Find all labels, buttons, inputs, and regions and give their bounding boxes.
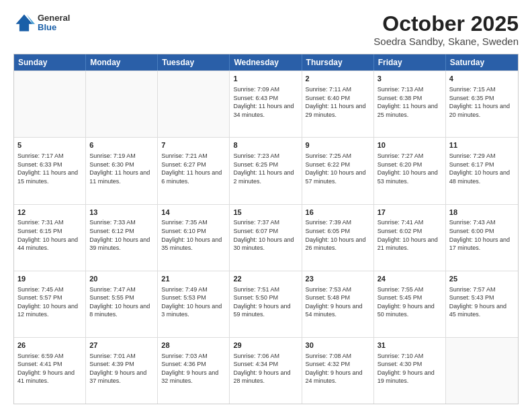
header-cell-friday: Friday — [374, 54, 446, 71]
calendar-row-5: 26Sunrise: 6:59 AM Sunset: 4:41 PM Dayli… — [14, 337, 518, 404]
day-info: Sunrise: 7:03 AM Sunset: 4:36 PM Dayligh… — [161, 352, 226, 385]
svg-marker-0 — [16, 15, 33, 32]
day-info: Sunrise: 7:27 AM Sunset: 6:20 PM Dayligh… — [378, 152, 442, 185]
day-cell-empty — [446, 338, 518, 404]
day-cell-4: 4Sunrise: 7:15 AM Sunset: 6:35 PM Daylig… — [446, 71, 518, 137]
header-cell-thursday: Thursday — [302, 54, 374, 71]
day-info: Sunrise: 7:41 AM Sunset: 6:02 PM Dayligh… — [378, 218, 442, 252]
day-cell-18: 18Sunrise: 7:43 AM Sunset: 6:00 PM Dayli… — [446, 205, 518, 271]
day-info: Sunrise: 7:19 AM Sunset: 6:30 PM Dayligh… — [89, 152, 154, 185]
day-info: Sunrise: 7:45 AM Sunset: 5:57 PM Dayligh… — [17, 285, 82, 319]
day-info: Sunrise: 7:39 AM Sunset: 6:05 PM Dayligh… — [306, 218, 370, 252]
calendar-header-row: SundayMondayTuesdayWednesdayThursdayFrid… — [14, 54, 518, 71]
day-number: 14 — [161, 208, 226, 218]
day-info: Sunrise: 6:59 AM Sunset: 4:41 PM Dayligh… — [17, 352, 82, 385]
logo-text: General Blue — [38, 13, 70, 33]
day-info: Sunrise: 7:37 AM Sunset: 6:07 PM Dayligh… — [233, 218, 298, 252]
day-number: 24 — [378, 274, 442, 284]
header-cell-tuesday: Tuesday — [158, 54, 230, 71]
calendar-row-2: 5Sunrise: 7:17 AM Sunset: 6:33 PM Daylig… — [14, 137, 518, 203]
day-cell-10: 10Sunrise: 7:27 AM Sunset: 6:20 PM Dayli… — [374, 138, 446, 203]
day-info: Sunrise: 7:09 AM Sunset: 6:43 PM Dayligh… — [233, 85, 298, 119]
day-cell-12: 12Sunrise: 7:31 AM Sunset: 6:15 PM Dayli… — [14, 205, 86, 271]
day-number: 29 — [233, 340, 298, 351]
calendar-row-4: 19Sunrise: 7:45 AM Sunset: 5:57 PM Dayli… — [14, 271, 518, 337]
day-cell-21: 21Sunrise: 7:49 AM Sunset: 5:53 PM Dayli… — [158, 271, 230, 337]
day-cell-7: 7Sunrise: 7:21 AM Sunset: 6:27 PM Daylig… — [158, 138, 230, 203]
day-number: 28 — [161, 340, 226, 351]
day-number: 15 — [233, 208, 298, 218]
day-info: Sunrise: 7:29 AM Sunset: 6:17 PM Dayligh… — [449, 152, 515, 185]
day-number: 2 — [306, 74, 370, 84]
day-number: 13 — [89, 208, 154, 218]
day-cell-23: 23Sunrise: 7:53 AM Sunset: 5:48 PM Dayli… — [302, 271, 374, 337]
day-number: 16 — [306, 208, 370, 218]
logo: General Blue — [13, 12, 70, 34]
day-info: Sunrise: 7:31 AM Sunset: 6:15 PM Dayligh… — [17, 218, 82, 252]
day-cell-28: 28Sunrise: 7:03 AM Sunset: 4:36 PM Dayli… — [158, 338, 230, 404]
day-info: Sunrise: 7:25 AM Sunset: 6:22 PM Dayligh… — [306, 152, 370, 185]
day-cell-22: 22Sunrise: 7:51 AM Sunset: 5:50 PM Dayli… — [230, 271, 302, 337]
day-cell-31: 31Sunrise: 7:10 AM Sunset: 4:30 PM Dayli… — [374, 338, 446, 404]
day-info: Sunrise: 7:47 AM Sunset: 5:55 PM Dayligh… — [89, 285, 154, 319]
day-info: Sunrise: 7:01 AM Sunset: 4:39 PM Dayligh… — [89, 352, 154, 385]
day-number: 20 — [89, 274, 154, 284]
day-number: 21 — [161, 274, 226, 284]
day-cell-8: 8Sunrise: 7:23 AM Sunset: 6:25 PM Daylig… — [230, 138, 302, 203]
day-number: 11 — [449, 140, 515, 150]
day-number: 8 — [233, 140, 298, 150]
day-cell-2: 2Sunrise: 7:11 AM Sunset: 6:40 PM Daylig… — [302, 71, 374, 137]
day-info: Sunrise: 7:21 AM Sunset: 6:27 PM Dayligh… — [161, 152, 226, 185]
day-cell-6: 6Sunrise: 7:19 AM Sunset: 6:30 PM Daylig… — [86, 138, 158, 203]
header-cell-monday: Monday — [86, 54, 158, 71]
day-info: Sunrise: 7:57 AM Sunset: 5:43 PM Dayligh… — [449, 285, 515, 319]
day-cell-14: 14Sunrise: 7:35 AM Sunset: 6:10 PM Dayli… — [158, 205, 230, 271]
day-cell-empty — [86, 71, 158, 137]
day-number: 23 — [306, 274, 370, 284]
day-number: 26 — [17, 340, 82, 351]
day-cell-9: 9Sunrise: 7:25 AM Sunset: 6:22 PM Daylig… — [302, 138, 374, 203]
day-info: Sunrise: 7:15 AM Sunset: 6:35 PM Dayligh… — [449, 85, 515, 119]
day-number: 9 — [306, 140, 370, 150]
day-info: Sunrise: 7:43 AM Sunset: 6:00 PM Dayligh… — [449, 218, 515, 252]
day-info: Sunrise: 7:53 AM Sunset: 5:48 PM Dayligh… — [306, 285, 370, 319]
day-cell-empty — [158, 71, 230, 137]
logo-icon — [13, 12, 35, 34]
calendar-body: 1Sunrise: 7:09 AM Sunset: 6:43 PM Daylig… — [14, 71, 518, 404]
day-number: 1 — [233, 74, 298, 84]
day-cell-17: 17Sunrise: 7:41 AM Sunset: 6:02 PM Dayli… — [374, 205, 446, 271]
day-info: Sunrise: 7:55 AM Sunset: 5:45 PM Dayligh… — [378, 285, 442, 319]
day-cell-20: 20Sunrise: 7:47 AM Sunset: 5:55 PM Dayli… — [86, 271, 158, 337]
day-cell-1: 1Sunrise: 7:09 AM Sunset: 6:43 PM Daylig… — [230, 71, 302, 137]
header-cell-sunday: Sunday — [14, 54, 86, 71]
day-number: 7 — [161, 140, 226, 150]
day-number: 22 — [233, 274, 298, 284]
page: General Blue October 2025 Soedra Sandby,… — [0, 0, 532, 411]
calendar: SundayMondayTuesdayWednesdayThursdayFrid… — [13, 54, 519, 404]
day-cell-19: 19Sunrise: 7:45 AM Sunset: 5:57 PM Dayli… — [14, 271, 86, 337]
day-cell-5: 5Sunrise: 7:17 AM Sunset: 6:33 PM Daylig… — [14, 138, 86, 203]
calendar-subtitle: Soedra Sandby, Skane, Sweden — [373, 36, 519, 47]
day-cell-13: 13Sunrise: 7:33 AM Sunset: 6:12 PM Dayli… — [86, 205, 158, 271]
day-cell-16: 16Sunrise: 7:39 AM Sunset: 6:05 PM Dayli… — [302, 205, 374, 271]
day-cell-3: 3Sunrise: 7:13 AM Sunset: 6:38 PM Daylig… — [374, 71, 446, 137]
logo-blue: Blue — [38, 23, 70, 32]
day-number: 5 — [17, 140, 82, 150]
day-cell-15: 15Sunrise: 7:37 AM Sunset: 6:07 PM Dayli… — [230, 205, 302, 271]
header-cell-wednesday: Wednesday — [230, 54, 302, 71]
day-info: Sunrise: 7:08 AM Sunset: 4:32 PM Dayligh… — [306, 352, 370, 385]
day-number: 25 — [449, 274, 515, 284]
day-number: 4 — [449, 74, 515, 84]
calendar-title: October 2025 — [373, 12, 519, 36]
header: General Blue October 2025 Soedra Sandby,… — [13, 12, 519, 47]
day-number: 10 — [378, 140, 442, 150]
logo-general: General — [38, 13, 70, 23]
header-cell-saturday: Saturday — [446, 54, 518, 71]
day-cell-29: 29Sunrise: 7:06 AM Sunset: 4:34 PM Dayli… — [230, 338, 302, 404]
day-cell-11: 11Sunrise: 7:29 AM Sunset: 6:17 PM Dayli… — [446, 138, 518, 203]
day-cell-25: 25Sunrise: 7:57 AM Sunset: 5:43 PM Dayli… — [446, 271, 518, 337]
day-cell-24: 24Sunrise: 7:55 AM Sunset: 5:45 PM Dayli… — [374, 271, 446, 337]
day-number: 30 — [306, 340, 370, 351]
day-cell-30: 30Sunrise: 7:08 AM Sunset: 4:32 PM Dayli… — [302, 338, 374, 404]
day-info: Sunrise: 7:17 AM Sunset: 6:33 PM Dayligh… — [17, 152, 82, 185]
